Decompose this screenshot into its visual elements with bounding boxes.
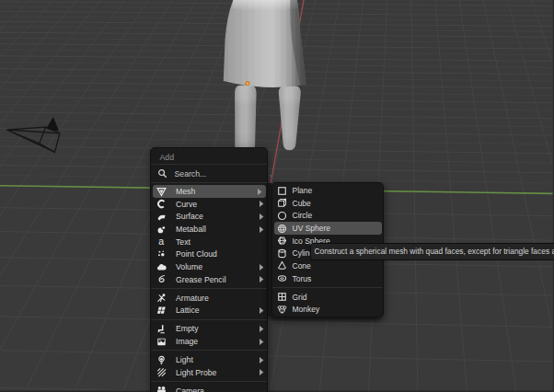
svg-text:a: a [158, 236, 164, 247]
